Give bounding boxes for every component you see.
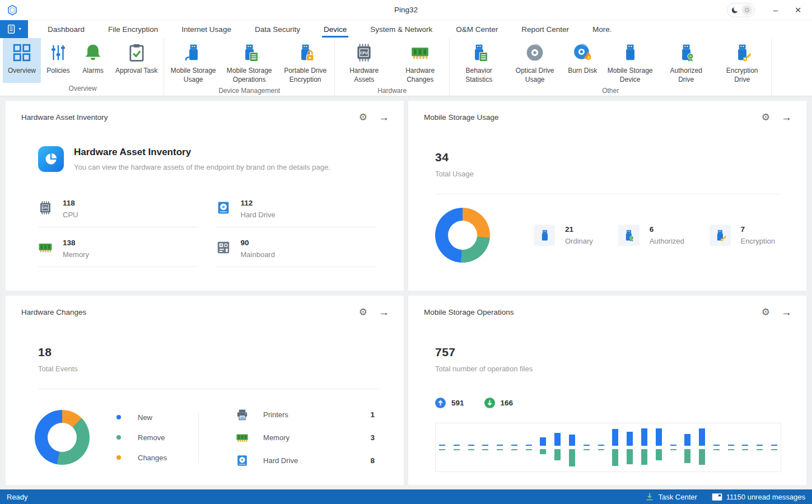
op-up-zone <box>656 428 662 446</box>
op-bar-column <box>526 428 532 466</box>
op-down-zone <box>439 449 445 466</box>
op-up-zone <box>540 428 546 446</box>
arrow-right-icon[interactable]: → <box>379 307 389 318</box>
op-up-zone <box>598 428 604 446</box>
op-bar-column <box>511 428 517 466</box>
ribbon-item-optical-drive-usage[interactable]: Optical Drive Usage <box>507 38 563 85</box>
op-down-zone <box>728 449 734 466</box>
ribbon-item-mobile-storage-usage[interactable]: Mobile Storage Usage <box>165 38 221 85</box>
memory-module-icon <box>38 240 53 255</box>
stat-value: 7 <box>741 225 775 234</box>
theme-toggle[interactable] <box>727 3 755 17</box>
stat-label: Ordinary <box>565 237 593 245</box>
usage-stat-icon-box <box>710 225 731 246</box>
ribbon-item-alarms[interactable]: Alarms <box>76 38 110 83</box>
ribbon-item-behavior-statistics[interactable]: Behavior Statistics <box>451 38 507 85</box>
tab-file-encryption[interactable]: File Encryption <box>96 20 170 38</box>
op-down-zone <box>598 449 604 466</box>
download-bar <box>540 449 546 454</box>
ribbon-item-label: Mobile Storage Operations <box>226 67 272 84</box>
upload-zero-dash <box>742 445 748 446</box>
vertical-divider <box>198 413 199 462</box>
panel-hardware-changes: Hardware Changes ⚙ → 18 Total Events New… <box>6 296 404 486</box>
memory-module-icon <box>410 43 430 62</box>
op-bar-column <box>684 428 690 466</box>
changes-item-value: 3 <box>371 433 375 442</box>
op-bar-column <box>569 428 575 466</box>
stat-label: Encryption <box>741 237 775 245</box>
op-up-zone <box>497 428 503 446</box>
stat-value: 21 <box>565 225 593 234</box>
changes-legend: NewRemoveChanges <box>116 413 167 462</box>
ribbon-item-approval-task[interactable]: Approval Task <box>110 38 162 83</box>
op-down-zone <box>540 449 546 466</box>
ribbon-item-hardware-changes[interactable]: Hardware Changes <box>392 38 448 85</box>
tab-device[interactable]: Device <box>312 20 358 38</box>
ribbon-item-label: Portable Drive Encryption <box>282 67 328 84</box>
tab-more[interactable]: More. <box>581 20 624 38</box>
gear-icon[interactable]: ⚙ <box>762 113 770 122</box>
op-down-zone <box>612 449 618 466</box>
op-up-zone <box>771 428 777 446</box>
upload-zero-dash <box>526 445 532 446</box>
unread-messages-link[interactable]: 11150 unread messages <box>726 493 805 501</box>
app-menu-button[interactable]: ▾ <box>0 20 28 38</box>
moon-icon[interactable] <box>729 4 740 16</box>
tab-report-center[interactable]: Report Center <box>510 20 581 38</box>
ribbon-item-burn-disk[interactable]: Burn Disk <box>563 38 602 85</box>
ribbon-item-label: Mobile Storage Usage <box>170 67 216 84</box>
usage-donut-chart <box>435 208 490 263</box>
ribbon-item-portable-drive-encryption[interactable]: Portable Drive Encryption <box>277 38 333 85</box>
arrow-right-icon[interactable]: → <box>379 112 389 123</box>
ribbon-item-authorized-drive[interactable]: Authorized Drive <box>658 38 714 85</box>
tab-dashboard[interactable]: Dashboard <box>36 20 96 38</box>
arrow-right-icon[interactable]: → <box>781 112 792 123</box>
ribbon-item-mobile-storage-operations[interactable]: Mobile Storage Operations <box>221 38 277 85</box>
cpu-chip-icon: CPU <box>354 43 374 62</box>
upload-zero-dash <box>771 445 777 446</box>
ribbon-item-policies[interactable]: Policies <box>41 38 76 83</box>
op-up-zone <box>482 428 488 446</box>
stat-text: 7Encryption <box>741 225 775 245</box>
usb-statistics-icon <box>469 43 488 62</box>
tab-internet-usage[interactable]: Internet Usage <box>170 20 243 38</box>
stat-value: 138 <box>63 239 89 247</box>
inventory-stat-mainboard: 90Mainboard <box>216 236 376 267</box>
svg-text:CPU: CPU <box>360 51 368 55</box>
changes-item-label: Memory <box>263 433 370 442</box>
upload-bar <box>612 429 618 446</box>
op-bar-column <box>554 428 561 466</box>
usage-total-label: Total Usage <box>435 170 806 178</box>
usb-device-icon <box>538 229 551 242</box>
tab-system-network[interactable]: System & Network <box>358 20 444 38</box>
close-button[interactable]: × <box>788 2 808 18</box>
minimize-button[interactable]: – <box>766 2 785 18</box>
usage-stat-authorized: 6Authorized <box>618 225 684 246</box>
gear-icon[interactable]: ⚙ <box>359 113 367 122</box>
tab-data-security[interactable]: Data Security <box>243 20 312 38</box>
ribbon-item-hardware-assets[interactable]: CPUHardware Assets <box>336 38 392 85</box>
ribbon-item-label: Overview <box>8 67 36 76</box>
tab-o-m-center[interactable]: O&M Center <box>444 20 510 38</box>
legend-item-changes: Changes <box>116 454 167 462</box>
gear-icon[interactable]: ⚙ <box>359 307 367 317</box>
download-zero-dash <box>771 449 777 450</box>
gear-icon[interactable]: ⚙ <box>762 307 770 317</box>
ribbon-group-items: OverviewPoliciesAlarmsApproval Task <box>3 38 162 83</box>
ribbon-item-overview[interactable]: Overview <box>3 38 41 83</box>
upload-zero-dash <box>482 445 488 446</box>
ribbon-item-label: Encryption Drive <box>719 67 765 84</box>
changes-item-hard-drive: Hard Drive8 <box>236 454 375 467</box>
stat-text: 90Mainboard <box>241 239 275 259</box>
ribbon-group-overview: OverviewPoliciesAlarmsApproval TaskOverv… <box>2 38 164 96</box>
stat-value: 118 <box>63 199 78 207</box>
legend-dot <box>116 455 121 460</box>
ribbon-item-mobile-storage-device[interactable]: Mobile Storage Device <box>602 38 658 85</box>
op-down-zone <box>454 449 460 466</box>
task-center-link[interactable]: Task Center <box>658 493 697 501</box>
sun-icon[interactable] <box>741 4 753 16</box>
op-down-zone <box>713 449 720 466</box>
arrow-right-icon[interactable]: → <box>781 307 792 318</box>
op-bar-column <box>713 428 720 466</box>
ribbon-item-encryption-drive[interactable]: Encryption Drive <box>714 38 770 85</box>
